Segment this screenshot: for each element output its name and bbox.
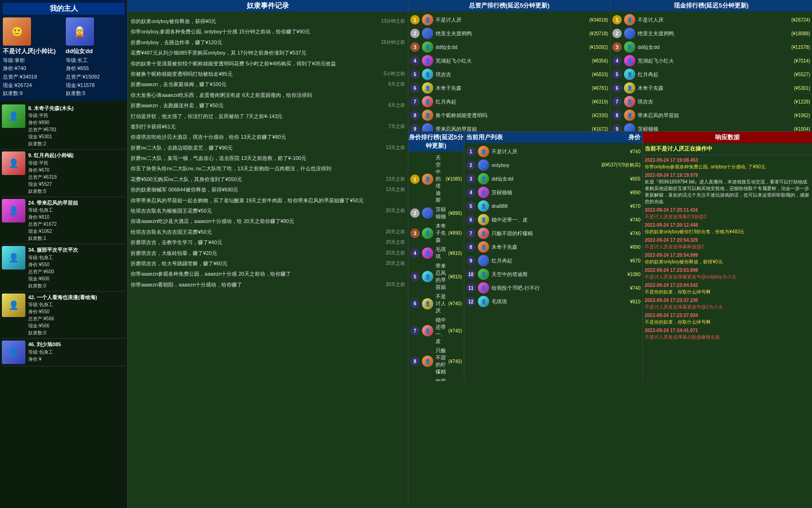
user-rank: 8 <box>466 242 476 252</box>
rank-number: 6 <box>612 83 622 93</box>
event-text: 折磨aaaezn，去当家庭保姆，赚了¥100元 <box>131 81 384 88</box>
rank-avatar: 👤 <box>422 228 433 239</box>
rank-name: 芜湖起飞小红火 <box>436 57 589 64</box>
event-text: 给琪吉吉取名为吉吉国王花费¥50元 <box>131 229 382 236</box>
event-item: 折磨琪吉吉，给大爷跳踢管舞，赚了¥60元 20天之前 <box>131 259 405 269</box>
rank-name: dd仙女dd <box>638 44 789 51</box>
event-item: 折磨nv二大队，臭骂一顿，气血攻心，送去医院 13天之前急救，赔了¥-100元 <box>131 153 405 164</box>
user-price: 原¥537(可9折购买) <box>601 162 640 168</box>
rank-value: (¥1062) <box>794 113 810 118</box>
event-text: 你请琪吉吃哈沙贝大酒店，琪吉十分感动，给你 13天之前赚了¥80元 <box>131 134 401 141</box>
rank-avatar: 👤 <box>422 28 433 39</box>
rank-number: 8 <box>410 111 420 120</box>
rank-number: 7 <box>410 326 420 335</box>
event-text: 你的奴隶御械军 006844被你释放，获得¥690元 <box>131 186 382 193</box>
event-item: 你大发善心请aaaezn吃乐西，皮蛋瘦肉粥没有皮 6天之前蛋跟瘦肉，给你没得到 <box>131 90 405 101</box>
user-name: 天空中的塔迪斯 <box>492 271 625 278</box>
event-item: 你带aaaezn参观各种免费公园，aaaezn十分感 20天之前动，给你赚了 <box>131 269 405 279</box>
rank-name: 不是讨人厌 <box>436 16 587 24</box>
rank-number: 7 <box>410 97 420 106</box>
response-message: 欢迎『85961659794 bili』进入直播间，本游戏致互动交流，看谁可以打… <box>645 179 809 204</box>
rank-avatar: 👤 <box>422 123 433 131</box>
current-user-item: 6 👤 稳中还带一、皮 ¥740 <box>466 213 640 227</box>
response-entry: 2022-09-24 17:20:54.999 你的奴隶onlyboy被你释放，… <box>645 252 810 265</box>
current-user-item: 10 👤 天空中的塔迪斯 ¥1080 <box>466 268 640 281</box>
user-price: ¥670 <box>630 204 640 209</box>
rank-number: 8 <box>612 111 622 120</box>
slave-name: 24. 带来忍风的早苗姐 <box>28 199 78 207</box>
user-name: 给我投个币吧-行不行 <box>492 285 628 292</box>
user-avatar: 👤 <box>478 214 489 225</box>
current-user-item: 11 👤 给我投个币吧-行不行 ¥740 <box>466 281 640 295</box>
user-price: ¥1080 <box>627 272 640 277</box>
user-price: ¥890 <box>630 190 640 195</box>
user-name: 茨棂顿顿 <box>492 189 628 196</box>
slave-item: 👤 46. 刘少旭085 等级:包身工 身价:¥ <box>2 339 125 366</box>
total-assets-list: 1 👤 不是讨人厌 (¥34018) 2 👤 绝里主夫渡鸦鸭 (¥20718) … <box>408 11 610 131</box>
event-time: 20天之前 <box>386 281 405 288</box>
response-entry: 2022-09-24 17:19:08.453 你带onlyboy参观各种免费公… <box>645 157 810 170</box>
response-message: 不是讨人厌发送弹幕释放@2 <box>645 244 704 249</box>
event-text: 折磨onlyboy，去路边炸串，赚了¥120元 <box>131 39 377 46</box>
rank-number: 3 <box>612 42 622 52</box>
right-top: 总资产排行榜(延迟5分钟更新) 1 👤 不是讨人厌 (¥34018) 2 👤 绝… <box>408 0 812 132</box>
body-price-list: 1 👤 天空中的塔迪斯 (¥1080) 2 👤 茨棂顿顿 (¥890) 3 👤 … <box>408 151 464 381</box>
user-name: 稳中还带一、皮 <box>492 216 628 223</box>
rank-value: (¥2330) <box>592 113 608 118</box>
rank-value: (¥11578) <box>791 45 810 50</box>
response-entry: 2022-09-24 17:19:19.979 欢迎『85961659794 b… <box>645 172 810 205</box>
event-time: 20天之前 <box>386 207 405 214</box>
user-price: ¥740 <box>630 286 640 291</box>
event-time: 20天之前 <box>386 260 405 267</box>
master-avatar: 🧝 <box>66 17 94 46</box>
user-avatar: 👤 <box>478 187 489 198</box>
rank-value: (¥5301) <box>794 86 810 91</box>
ranking-item: 7 👤 红月冉起 (¥6319) <box>410 95 608 109</box>
event-time: 7天之前 <box>389 123 406 130</box>
user-avatar: 👤 <box>478 296 489 307</box>
user-rank: 7 <box>466 229 476 238</box>
response-timestamp: 2022-09-24 17:19:08.453 <box>645 158 698 163</box>
user-rank: 10 <box>466 270 476 279</box>
rank-name: 稳中还带一、皮 <box>436 317 446 345</box>
rank-name: 不是讨人厌 <box>436 293 446 314</box>
body-price-section: 身价排行榜(延迟5分钟更新) 1 👤 天空中的塔迪斯 (¥1080) 2 👤 茨… <box>408 132 464 381</box>
ranking-item: 6 👤 木奇子先森 (¥5301) <box>612 81 810 95</box>
user-avatar: 👤 <box>478 200 489 212</box>
response-timestamp: 2022-09-24 17:20:12.448 <box>645 222 698 228</box>
rank-value: (¥740) <box>448 301 462 306</box>
rank-avatar: 👤 <box>422 96 433 107</box>
rank-number: 5 <box>410 272 420 281</box>
ranking-item: 2 👤 茨棂顿顿 (¥890) <box>410 205 462 222</box>
rank-value: (¥20718) <box>589 31 608 36</box>
event-text: 你丢了块骨头给nv二大队nv, nv二大队吃了吃，13天之前抱怨一点肉都没，什么… <box>131 165 401 172</box>
event-text: 你被换个昵称就能变透明吗打劫被劫走¥85元 <box>131 71 380 78</box>
user-price: ¥740 <box>630 231 640 236</box>
event-text: 折磨aaaezn，去跑腿送外卖，赚了¥50元 <box>131 102 384 109</box>
rank-number: 9 <box>410 124 420 131</box>
event-item: 打动蓝井软，他太强了，你没打的过，反而被劫了 7天之前¥-143元 <box>131 111 405 122</box>
user-name: dra888 <box>492 203 628 209</box>
event-item: 你的奴隶十里清晨被你找个昵称就能变透明吗花费 5小时之前¥495购买，得到了¥3… <box>131 59 405 69</box>
rank-avatar: 👤 <box>422 356 433 367</box>
response-entry: 2022-09-24 17:24:41.071 不是讨人厌发送弹幕点歌@麻辣女孩 <box>645 327 810 341</box>
event-text: 折磨琪吉吉，去教学生学习，赚了¥40元 <box>131 239 382 246</box>
rank-avatar: 👤 <box>624 14 635 25</box>
rank-avatar: 👤 <box>422 325 433 336</box>
slave-avatar: 👤 <box>2 294 25 317</box>
rank-number: 1 <box>410 175 420 184</box>
ranking-item: 6 👤 不是讨人厌 (¥740) <box>410 292 462 316</box>
response-timestamp: 2022-09-24 17:23:04.542 <box>645 283 698 288</box>
ranking-item: 2 👤 绝里主夫渡鸦鸭 (¥18088) <box>612 27 810 40</box>
ranking-item: 8 👤 带来忍风的早苗姐 (¥1062) <box>612 109 810 122</box>
response-message: 你的奴隶onlyboy被你释放，获得¥0元 <box>645 259 723 264</box>
slave-avatar: 👤 <box>2 104 25 128</box>
event-item: 折磨nv二大队，去路边唱歌卖艺，赚了¥90元 13天之前 <box>131 143 405 153</box>
rank-value: (¥34018) <box>589 17 608 23</box>
event-item: 你请aaaezn吃沙县大酒店，aaaezn十分感动，给 20天之前你赚了¥80元 <box>131 216 405 227</box>
event-time: 13分钟之前 <box>381 18 405 25</box>
rank-number: 4 <box>612 56 622 65</box>
user-avatar: 👤 <box>478 146 489 157</box>
current-users-list: 1 👤 不是讨人厌 ¥740 2 👤 onlyboy 原¥537(可9折购买) … <box>464 143 642 381</box>
rank-name: 绝里主夫渡鸦鸭 <box>436 30 587 37</box>
